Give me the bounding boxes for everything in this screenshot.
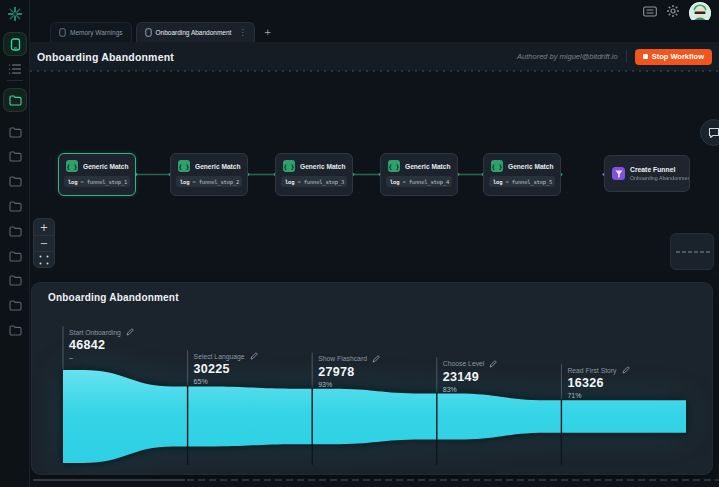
stop-icon: [643, 54, 648, 59]
node-rule: log = funnel_step_2: [176, 176, 242, 187]
sidebar-folder-item[interactable]: [4, 89, 26, 111]
funnel-step-label: Show Flashcard: [318, 355, 367, 362]
zoom-controls: + −: [33, 218, 55, 268]
bottom-panel-edge[interactable]: [30, 479, 719, 487]
funnel-step: Show Flashcard2797893%: [318, 355, 380, 388]
folder-icon: [9, 176, 22, 187]
funnel-step-conversion: 83%: [443, 386, 498, 393]
node-generic-match[interactable]: { }Generic Matchlog = funnel_step_1: [58, 153, 136, 196]
funnel-step-conversion: –: [69, 354, 134, 361]
folder-icon: [9, 275, 22, 286]
sidebar-folder-item[interactable]: [4, 195, 26, 217]
sidebar-divider: [7, 80, 23, 81]
node-generic-match[interactable]: { }Generic Matchlog = funnel_step_5: [483, 153, 561, 196]
minimap-nodes: [676, 251, 710, 253]
tab-label: Onboarding Abandonment: [156, 29, 232, 36]
minimap[interactable]: [670, 233, 714, 270]
match-braces-icon: { }: [388, 160, 400, 172]
edit-step-icon[interactable]: [126, 328, 134, 336]
folder-icon: [9, 95, 22, 106]
node-title: Generic Match: [83, 163, 128, 170]
stop-workflow-label: Stop Workflow: [652, 52, 704, 61]
sidebar-folder-item[interactable]: [4, 245, 26, 267]
folder-icon: [9, 251, 22, 262]
node-generic-match[interactable]: { }Generic Matchlog = funnel_step_2: [170, 153, 248, 196]
tab-icon: [59, 28, 66, 37]
sidebar-folder-item[interactable]: [4, 270, 26, 292]
sidebar-folder-item[interactable]: [4, 319, 26, 341]
sidebar-item-list[interactable]: [4, 58, 26, 80]
folder-icon: [9, 151, 22, 162]
app: Memory WarningsOnboarding Abandonment⋮+ …: [0, 0, 719, 487]
sidebar-folder-item[interactable]: [4, 220, 26, 242]
match-braces-icon: { }: [491, 160, 503, 172]
funnel-step-value: 16326: [567, 376, 629, 390]
output-node-title: Create Funnel: [630, 166, 690, 173]
node-title: Generic Match: [300, 163, 345, 170]
keyboard-icon[interactable]: [643, 6, 657, 17]
funnel-step: Read First Story1632671%: [567, 366, 629, 399]
node-rule: log = funnel_step_4: [386, 176, 452, 187]
node-rule: log = funnel_step_1: [64, 176, 130, 187]
funnel-step: Start Onboarding46842–: [69, 328, 134, 361]
funnel-step-value: 30225: [194, 362, 258, 376]
folder-icon: [9, 127, 22, 138]
new-tab-button[interactable]: +: [264, 27, 270, 38]
list-menu-icon: [8, 63, 22, 75]
app-logo-starburst-icon[interactable]: [7, 6, 23, 22]
node-rule: log = funnel_step_3: [281, 176, 347, 187]
zoom-out-button[interactable]: −: [34, 235, 54, 251]
topbar: [30, 0, 719, 20]
sidebar-folder-item[interactable]: [4, 121, 26, 143]
node-title: Generic Match: [405, 163, 450, 170]
funnel-step: Choose Level2314983%: [443, 360, 498, 393]
sidebar-folder-item[interactable]: [4, 171, 26, 193]
zoom-fit-icon: [39, 255, 49, 265]
funnel-step-conversion: 65%: [194, 378, 258, 385]
output-node-subtitle: Onboarding Abandonment: [630, 175, 690, 180]
node-title: Generic Match: [508, 163, 553, 170]
edit-step-icon[interactable]: [622, 366, 630, 374]
stop-workflow-button[interactable]: Stop Workflow: [635, 49, 712, 65]
zoom-in-button[interactable]: +: [34, 219, 54, 235]
tab-onboarding-abandonment[interactable]: Onboarding Abandonment⋮: [136, 22, 256, 42]
funnel-step-value: 27978: [318, 365, 380, 379]
edit-step-icon[interactable]: [372, 355, 380, 363]
sidebar-item-device[interactable]: [4, 33, 26, 55]
tab-memory-warnings[interactable]: Memory Warnings: [50, 22, 132, 42]
edit-step-icon[interactable]: [250, 352, 258, 360]
funnel-step-value: 23149: [443, 370, 498, 384]
tab-icon: [145, 28, 152, 37]
funnel-step-label: Select Language: [194, 353, 245, 360]
node-generic-match[interactable]: { }Generic Matchlog = funnel_step_3: [275, 153, 353, 196]
tab-bar: Memory WarningsOnboarding Abandonment⋮+: [30, 20, 719, 42]
page-title: Onboarding Abandonment: [37, 51, 174, 63]
header-divider: [626, 50, 627, 63]
phone-icon: [10, 38, 21, 51]
funnel-step-conversion: 71%: [567, 392, 629, 399]
node-rule: log = funnel_step_5: [489, 176, 555, 187]
zoom-fit-button[interactable]: [34, 251, 54, 267]
tab-label: Memory Warnings: [70, 29, 123, 36]
authored-by: Authored by miguel@bitdrift.io: [517, 52, 618, 61]
funnel-step-value: 46842: [69, 338, 134, 352]
folder-icon: [9, 300, 22, 311]
tab-menu-icon[interactable]: ⋮: [238, 28, 246, 37]
workflow-header: Onboarding Abandonment Authored by migue…: [30, 42, 719, 71]
match-braces-icon: { }: [66, 160, 78, 172]
chat-icon: [708, 127, 719, 139]
node-create-funnel[interactable]: Create Funnel Onboarding Abandonment: [604, 155, 690, 192]
edit-step-icon[interactable]: [489, 360, 497, 368]
sidebar-folder-item[interactable]: [4, 295, 26, 317]
funnel-step-label: Read First Story: [567, 367, 616, 374]
sidebar-folder-item[interactable]: [4, 146, 26, 168]
match-braces-icon: { }: [283, 160, 295, 172]
canvas-top-border: [30, 70, 719, 72]
settings-gear-icon[interactable]: [666, 4, 680, 18]
funnel-step: Select Language3022565%: [194, 352, 258, 385]
funnel-step-label: Start Onboarding: [69, 329, 121, 336]
bottom-dashed-border: [187, 479, 719, 481]
node-generic-match[interactable]: { }Generic Matchlog = funnel_step_4: [380, 153, 458, 196]
match-braces-icon: { }: [178, 160, 190, 172]
folder-icon: [9, 201, 22, 212]
